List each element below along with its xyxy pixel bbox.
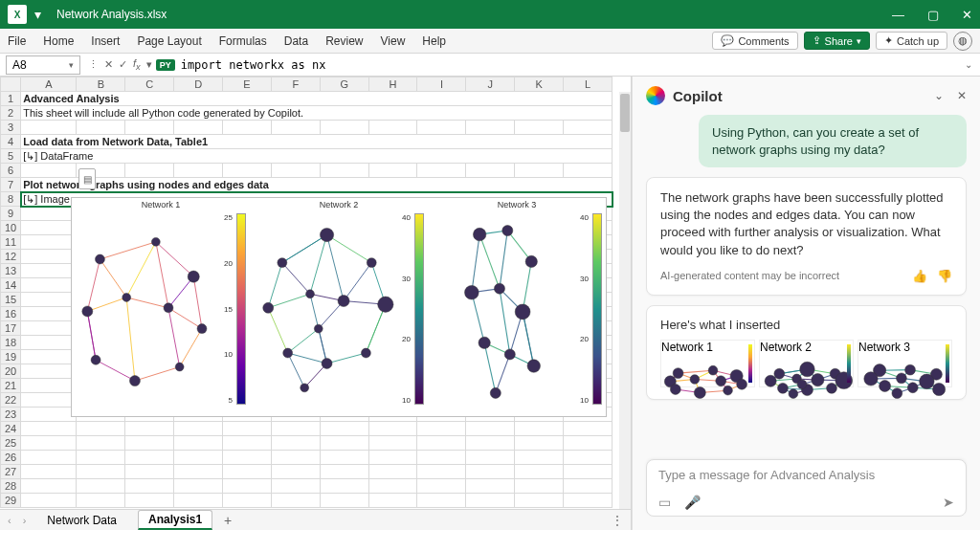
cell-L28[interactable] [564, 479, 612, 494]
row-header-15[interactable]: 15 [1, 293, 21, 307]
thumbs-down-icon[interactable]: 👎 [937, 269, 952, 283]
cell-J26[interactable] [466, 451, 515, 465]
cell-A12[interactable] [21, 250, 77, 264]
cell-I3[interactable] [417, 121, 466, 135]
cell-K26[interactable] [515, 451, 564, 465]
chevron-down-icon[interactable]: ▾ [69, 60, 74, 70]
cell-A27[interactable] [21, 465, 77, 479]
cell-J28[interactable] [466, 479, 515, 494]
cell-G27[interactable] [320, 465, 368, 479]
tab-pagelayout[interactable]: Page Layout [137, 34, 201, 48]
row-header-28[interactable]: 28 [1, 479, 21, 494]
cell-F6[interactable] [271, 164, 320, 178]
cell-C25[interactable] [125, 436, 174, 451]
cell-E24[interactable] [223, 422, 272, 436]
cell-I28[interactable] [417, 479, 466, 494]
cell-F3[interactable] [271, 121, 320, 135]
row-header-5[interactable]: 5 [1, 149, 21, 164]
row-header-4[interactable]: 4 [1, 135, 21, 149]
row-header-10[interactable]: 10 [1, 221, 21, 235]
cell-A19[interactable] [21, 350, 77, 364]
cell-B28[interactable] [77, 479, 125, 494]
cell-J29[interactable] [466, 494, 515, 508]
row-header-20[interactable]: 20 [1, 364, 21, 379]
cell-F27[interactable] [271, 465, 320, 479]
row-header-26[interactable]: 26 [1, 451, 21, 465]
cell-B25[interactable] [77, 436, 125, 451]
col-header-G[interactable]: G [320, 77, 368, 92]
tab-data[interactable]: Data [284, 34, 308, 48]
cell-B27[interactable] [77, 465, 125, 479]
cell-I27[interactable] [417, 465, 466, 479]
copilot-close-icon[interactable]: ✕ [957, 89, 967, 102]
cell-K3[interactable] [515, 121, 564, 135]
python-dropdown-icon[interactable]: ▾ [146, 58, 152, 71]
cell-C26[interactable] [125, 451, 174, 465]
cell-A10[interactable] [21, 221, 77, 235]
cell-L26[interactable] [564, 451, 612, 465]
tab-help[interactable]: Help [422, 34, 446, 48]
tab-file[interactable]: File [8, 34, 26, 48]
maximize-icon[interactable]: ▢ [927, 8, 939, 22]
cell-H25[interactable] [368, 436, 417, 451]
cell-F28[interactable] [271, 479, 320, 494]
cell-H28[interactable] [368, 479, 417, 494]
cell-A20[interactable] [21, 364, 77, 379]
tab-formulas[interactable]: Formulas [219, 34, 267, 48]
col-header-A[interactable]: A [21, 77, 77, 92]
row-header-1[interactable]: 1 [1, 92, 21, 106]
cell-H24[interactable] [368, 422, 417, 436]
cell-I25[interactable] [417, 436, 466, 451]
fx-icon[interactable]: fx [133, 57, 141, 72]
cell-H27[interactable] [368, 465, 417, 479]
cell-A21[interactable] [21, 379, 77, 393]
cell-F25[interactable] [271, 436, 320, 451]
cell-E6[interactable] [223, 164, 272, 178]
sheet-nav-prev-icon[interactable]: ‹ [8, 515, 11, 526]
minimize-icon[interactable]: — [892, 8, 904, 22]
cell-D27[interactable] [174, 465, 223, 479]
row-header-9[interactable]: 9 [1, 207, 21, 221]
cell-E29[interactable] [223, 494, 272, 508]
cell-A9[interactable] [21, 207, 77, 221]
comments-button[interactable]: 💬Comments [712, 32, 797, 50]
cell-B29[interactable] [77, 494, 125, 508]
cell-D3[interactable] [174, 121, 223, 135]
col-header-K[interactable]: K [515, 77, 564, 92]
cell-C27[interactable] [125, 465, 174, 479]
row-header-7[interactable]: 7 [1, 178, 21, 192]
tab-home[interactable]: Home [43, 34, 74, 48]
add-sheet-icon[interactable]: + [224, 513, 232, 528]
cell-F26[interactable] [271, 451, 320, 465]
col-header-H[interactable]: H [368, 77, 417, 92]
cell-L25[interactable] [564, 436, 612, 451]
cell-D26[interactable] [174, 451, 223, 465]
cell-G25[interactable] [320, 436, 368, 451]
cell-A16[interactable] [21, 307, 77, 321]
cell-D24[interactable] [174, 422, 223, 436]
row-header-11[interactable]: 11 [1, 235, 21, 250]
cell-A1[interactable]: Advanced Analysis [21, 92, 612, 106]
cell-H29[interactable] [368, 494, 417, 508]
tab-review[interactable]: Review [325, 34, 363, 48]
cell-G6[interactable] [320, 164, 368, 178]
col-header-B[interactable]: B [77, 77, 125, 92]
cell-E3[interactable] [223, 121, 272, 135]
row-header-14[interactable]: 14 [1, 278, 21, 293]
cell-A29[interactable] [21, 494, 77, 508]
cell-L6[interactable] [564, 164, 612, 178]
vertical-scrollbar[interactable] [619, 92, 631, 509]
row-header-12[interactable]: 12 [1, 250, 21, 264]
cell-E25[interactable] [223, 436, 272, 451]
cell-A2[interactable]: This sheet will include all Python code … [21, 106, 612, 121]
row-header-2[interactable]: 2 [1, 106, 21, 121]
cell-E27[interactable] [223, 465, 272, 479]
cell-K28[interactable] [515, 479, 564, 494]
row-header-25[interactable]: 25 [1, 436, 21, 451]
cell-I6[interactable] [417, 164, 466, 178]
row-header-16[interactable]: 16 [1, 307, 21, 321]
cell-L3[interactable] [564, 121, 612, 135]
row-header-27[interactable]: 27 [1, 465, 21, 479]
row-header-21[interactable]: 21 [1, 379, 21, 393]
cell-C3[interactable] [125, 121, 174, 135]
